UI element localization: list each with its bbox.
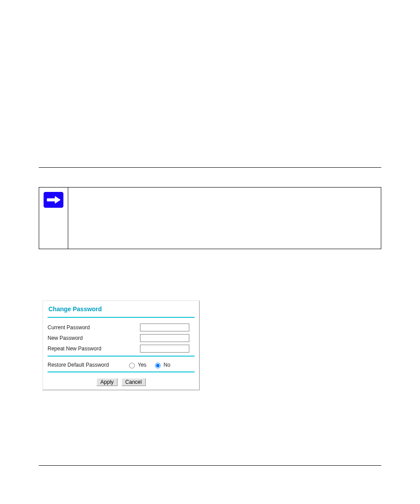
restore-yes-radio[interactable] [129,363,135,368]
current-password-row: Current Password [48,322,195,333]
divider [48,317,195,318]
dialog-title: Change Password [48,305,195,314]
new-password-label: New Password [48,335,140,341]
apply-button[interactable]: Apply [96,378,118,386]
current-password-label: Current Password [48,324,140,331]
restore-no-radio[interactable] [155,363,161,368]
divider [48,356,195,357]
new-password-input[interactable] [140,334,189,342]
restore-default-row: Restore Default Password Yes No [48,360,195,370]
restore-default-label: Restore Default Password [48,362,127,368]
arrow-right-icon [44,192,63,208]
new-password-row: New Password [48,333,195,343]
change-password-dialog: Change Password Current Password New Pas… [42,300,200,390]
divider [48,372,195,372]
section-divider [39,167,381,168]
restore-no-label: No [164,362,170,368]
repeat-password-row: Repeat New Password [48,343,195,354]
note-callout [39,187,381,249]
note-icon-cell [39,188,68,249]
repeat-password-input[interactable] [140,345,189,353]
current-password-input[interactable] [140,324,189,331]
section-divider [39,465,381,466]
repeat-password-label: Repeat New Password [48,346,140,352]
note-text-cell [68,188,381,249]
restore-yes-label: Yes [138,362,147,368]
button-row: Apply Cancel [48,376,195,387]
cancel-button[interactable]: Cancel [122,378,146,386]
